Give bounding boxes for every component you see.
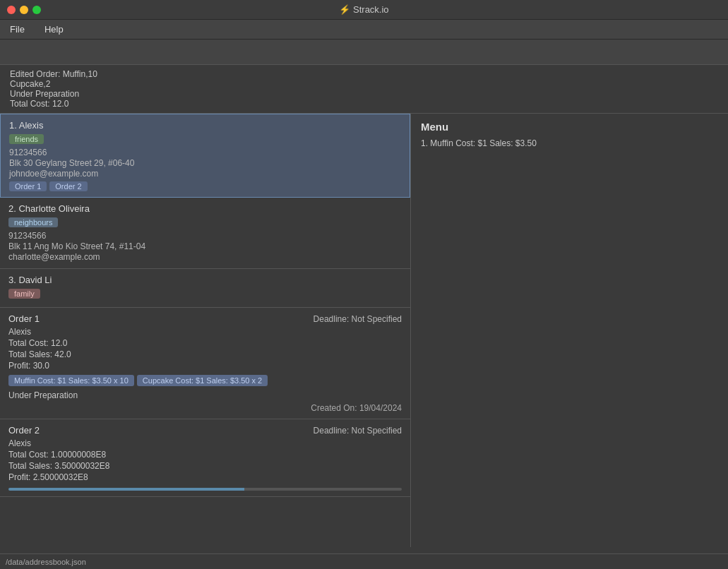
- window-controls: [7, 6, 41, 14]
- order1-cost: Total Cost: 12.0: [8, 338, 402, 348]
- contact-email-charlotte: charlotte@example.com: [8, 252, 402, 262]
- contact-tag-family: family: [8, 289, 40, 299]
- contact-index-2: 2.: [8, 203, 18, 214]
- order1-customer: Alexis: [8, 327, 402, 337]
- order1-profit: Profit: 30.0: [8, 361, 402, 371]
- menu-title: Menu: [421, 121, 718, 133]
- order-tag-2[interactable]: Order 2: [49, 181, 87, 191]
- order1-deadline: Deadline: Not Specified: [314, 314, 402, 324]
- info-line3: Under Preparation: [10, 89, 718, 99]
- contact-name-text-alexis: Alexis: [19, 120, 44, 131]
- menu-file[interactable]: File: [6, 23, 29, 36]
- order2-cost: Total Cost: 1.00000008E8: [8, 450, 402, 460]
- right-panel: Menu 1. Muffin Cost: $1 Sales: $3.50: [411, 114, 728, 547]
- contact-name-alexis: 1. Alexis: [9, 120, 401, 131]
- close-button[interactable]: [7, 6, 16, 14]
- order1-item-muffin: Muffin Cost: $1 Sales: $3.50 x 10: [8, 375, 134, 386]
- contact-index-1: 1.: [9, 120, 19, 131]
- order2-deadline: Deadline: Not Specified: [314, 426, 402, 436]
- contact-tag-friends: friends: [9, 134, 44, 144]
- contact-card-charlotte[interactable]: 2. Charlotte Oliveira neighbours 9123456…: [0, 198, 410, 269]
- contact-name-text-david: David Li: [18, 275, 52, 285]
- status-bar: /data/addressbook.json: [0, 553, 728, 569]
- scroll-indicator: [8, 488, 402, 491]
- contact-email-alexis: johndoe@example.com: [9, 169, 401, 179]
- order1-items: Muffin Cost: $1 Sales: $3.50 x 10 Cupcak…: [8, 375, 402, 386]
- order-section-2[interactable]: Order 2 Deadline: Not Specified Alexis T…: [0, 419, 410, 497]
- contact-name-david: 3. David Li: [8, 275, 402, 285]
- info-line1: Edited Order: Muffin,10: [10, 69, 718, 79]
- menu-help[interactable]: Help: [40, 23, 68, 36]
- main-layout: 1. Alexis friends 91234566 Blk 30 Geylan…: [0, 114, 728, 547]
- notification-bar: [0, 40, 728, 65]
- order2-header: Order 2 Deadline: Not Specified: [8, 425, 402, 436]
- contact-name-text-charlotte: Charlotte Oliveira: [18, 203, 89, 214]
- contact-card-alexis[interactable]: 1. Alexis friends 91234566 Blk 30 Geylan…: [0, 114, 410, 198]
- menu-item-muffin: 1. Muffin Cost: $1 Sales: $3.50: [421, 138, 718, 148]
- order1-created: Created On: 19/04/2024: [8, 403, 402, 413]
- order2-title: Order 2: [8, 425, 40, 436]
- title-bar: ⚡ Strack.io: [0, 0, 728, 20]
- info-line4: Total Cost: 12.0: [10, 99, 718, 109]
- order1-sales: Total Sales: 42.0: [8, 349, 402, 359]
- contact-tag-neighbours: neighbours: [8, 217, 58, 227]
- order1-title: Order 1: [8, 313, 40, 324]
- contact-name-charlotte: 2. Charlotte Oliveira: [8, 203, 402, 214]
- order1-status: Under Preparation: [8, 390, 402, 400]
- app-title: ⚡ Strack.io: [339, 4, 388, 15]
- contact-index-3: 3.: [8, 275, 18, 285]
- order-section-1[interactable]: Order 1 Deadline: Not Specified Alexis T…: [0, 308, 410, 419]
- contact-address-alexis: Blk 30 Geylang Street 29, #06-40: [9, 158, 401, 168]
- info-line2: Cupcake,2: [10, 79, 718, 89]
- order2-profit: Profit: 2.50000032E8: [8, 472, 402, 482]
- order2-sales: Total Sales: 3.50000032E8: [8, 461, 402, 471]
- order2-customer: Alexis: [8, 438, 402, 448]
- order1-header: Order 1 Deadline: Not Specified: [8, 313, 402, 324]
- maximize-button[interactable]: [32, 6, 41, 14]
- contact-card-david[interactable]: 3. David Li family: [0, 269, 410, 308]
- contact-address-charlotte: Blk 11 Ang Mo Kio Street 74, #11-04: [8, 241, 402, 251]
- minimize-button[interactable]: [20, 6, 28, 14]
- contact-orders-alexis: Order 1 Order 2: [9, 181, 401, 191]
- contact-phone-alexis: 91234566: [9, 148, 401, 157]
- status-path: /data/addressbook.json: [6, 558, 86, 566]
- info-bar: Edited Order: Muffin,10 Cupcake,2 Under …: [0, 65, 728, 114]
- menu-bar: File Help: [0, 20, 728, 40]
- contact-phone-charlotte: 91234566: [8, 231, 402, 241]
- order-tag-1[interactable]: Order 1: [9, 181, 47, 191]
- left-panel[interactable]: 1. Alexis friends 91234566 Blk 30 Geylan…: [0, 114, 411, 547]
- order1-item-cupcake: Cupcake Cost: $1 Sales: $3.50 x 2: [137, 375, 268, 386]
